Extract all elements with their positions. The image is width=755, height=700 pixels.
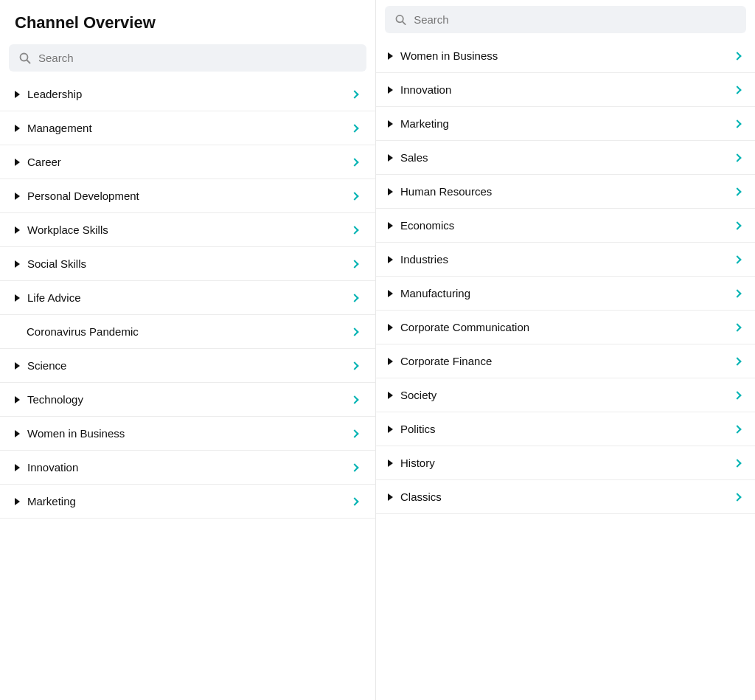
right-nav-item[interactable]: Politics <box>376 412 755 446</box>
chevron-right-icon <box>350 328 358 336</box>
right-nav-item[interactable]: Economics <box>376 209 755 243</box>
right-column: Women in BusinessInnovationMarketingSale… <box>376 0 755 700</box>
chevron-right-icon <box>733 391 741 399</box>
chevron-right-icon <box>733 289 741 297</box>
right-nav-item-label: Society <box>400 389 436 401</box>
expand-icon <box>15 159 20 166</box>
chevron-right-icon <box>350 361 358 370</box>
left-search-bar[interactable] <box>9 44 366 72</box>
left-column: Channel Overview LeadershipManagementCar… <box>0 0 376 700</box>
right-nav-item[interactable]: Women in Business <box>376 39 755 73</box>
expand-icon <box>15 396 20 403</box>
expand-icon <box>15 125 20 132</box>
expand-icon <box>388 358 393 365</box>
right-search-input[interactable] <box>414 13 736 26</box>
expand-icon <box>15 464 20 471</box>
right-search-bar[interactable] <box>385 6 746 33</box>
expand-icon <box>388 324 393 331</box>
chevron-right-icon <box>350 226 358 234</box>
nav-item-label: Leadership <box>27 88 82 100</box>
chevron-right-icon <box>350 192 358 200</box>
page-title: Channel Overview <box>0 0 375 44</box>
right-nav-item-label: Sales <box>400 151 428 164</box>
right-nav-item-label: Innovation <box>400 83 451 96</box>
right-nav-item[interactable]: Manufacturing <box>376 277 755 311</box>
left-nav-item[interactable]: Management <box>0 111 375 145</box>
expand-icon <box>388 290 393 297</box>
right-nav-item[interactable]: Classics <box>376 480 755 514</box>
right-nav-item[interactable]: Corporate Finance <box>376 344 755 378</box>
nav-item-label: Management <box>27 122 92 134</box>
nav-item-label: Personal Development <box>27 190 139 202</box>
left-nav-item[interactable]: Life Advice <box>0 281 375 315</box>
nav-item-label: Coronavirus Pandemic <box>15 325 139 338</box>
chevron-right-icon <box>350 463 358 471</box>
right-nav-item[interactable]: History <box>376 446 755 480</box>
right-nav-item-label: History <box>400 457 435 469</box>
left-nav-item[interactable]: Science <box>0 349 375 383</box>
chevron-right-icon <box>350 90 358 98</box>
expand-icon <box>15 430 20 437</box>
chevron-right-icon <box>350 158 358 166</box>
right-nav-item[interactable]: Innovation <box>376 73 755 107</box>
chevron-right-icon <box>733 119 741 128</box>
left-nav-item[interactable]: Technology <box>0 383 375 417</box>
nav-item-label: Social Skills <box>27 257 86 270</box>
expand-icon <box>388 460 393 467</box>
right-nav-item[interactable]: Industries <box>376 243 755 277</box>
right-nav-list: Women in BusinessInnovationMarketingSale… <box>376 39 755 514</box>
right-nav-item-label: Politics <box>400 423 436 435</box>
nav-item-label: Workplace Skills <box>27 223 108 236</box>
svg-line-3 <box>403 21 406 24</box>
chevron-right-icon <box>350 124 358 132</box>
left-nav-item[interactable]: Marketing <box>0 485 375 519</box>
expand-icon <box>15 193 20 200</box>
chevron-right-icon <box>733 52 741 60</box>
left-nav-item[interactable]: Personal Development <box>0 179 375 213</box>
chevron-right-icon <box>350 395 358 403</box>
left-nav-item[interactable]: Workplace Skills <box>0 213 375 247</box>
right-nav-item[interactable]: Human Resources <box>376 175 755 209</box>
right-nav-item[interactable]: Corporate Communication <box>376 311 755 344</box>
chevron-right-icon <box>733 493 741 501</box>
expand-icon <box>388 256 393 263</box>
expand-icon <box>388 392 393 399</box>
right-nav-item-label: Classics <box>400 491 442 503</box>
nav-item-label: Career <box>27 156 61 168</box>
nav-item-label: Life Advice <box>27 291 81 304</box>
right-nav-item-label: Economics <box>400 219 454 232</box>
chevron-right-icon <box>733 255 741 263</box>
expand-icon <box>15 362 20 370</box>
expand-icon <box>15 498 20 505</box>
expand-icon <box>388 188 393 195</box>
right-nav-item-label: Industries <box>400 253 448 266</box>
left-search-input[interactable] <box>38 52 356 64</box>
chevron-right-icon <box>350 260 358 268</box>
right-nav-item-label: Manufacturing <box>400 287 470 299</box>
left-nav-item[interactable]: Social Skills <box>0 247 375 281</box>
chevron-right-icon <box>733 221 741 229</box>
nav-item-label: Marketing <box>27 495 76 507</box>
nav-item-label: Science <box>27 359 66 372</box>
nav-item-label: Technology <box>27 393 83 406</box>
expand-icon <box>15 260 20 268</box>
right-nav-item[interactable]: Society <box>376 378 755 412</box>
left-nav-item[interactable]: Coronavirus Pandemic <box>0 315 375 349</box>
right-nav-item-label: Women in Business <box>400 49 498 62</box>
left-nav-item[interactable]: Innovation <box>0 451 375 485</box>
right-nav-item[interactable]: Sales <box>376 141 755 175</box>
chevron-right-icon <box>350 429 358 437</box>
left-nav-item[interactable]: Women in Business <box>0 417 375 451</box>
svg-line-1 <box>27 60 30 63</box>
nav-item-label: Women in Business <box>27 427 125 440</box>
right-nav-item[interactable]: Marketing <box>376 107 755 141</box>
expand-icon <box>388 52 393 60</box>
chevron-right-icon <box>350 497 358 505</box>
left-nav-item[interactable]: Career <box>0 145 375 179</box>
chevron-right-icon <box>733 153 741 162</box>
search-icon-right <box>395 14 406 26</box>
right-nav-item-label: Marketing <box>400 117 449 130</box>
left-nav-item[interactable]: Leadership <box>0 77 375 111</box>
chevron-right-icon <box>733 187 741 195</box>
expand-icon <box>388 222 393 229</box>
